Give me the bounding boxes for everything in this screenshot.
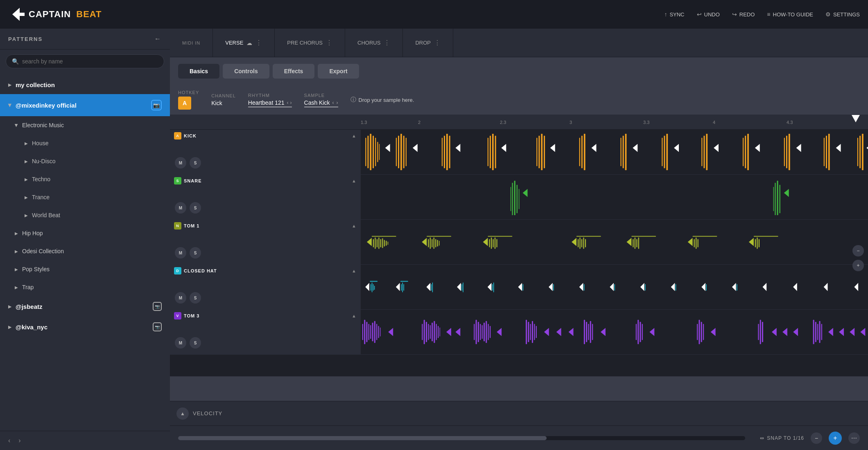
sidebar-item-nu-disco[interactable]: ▶ Nu-Disco bbox=[0, 152, 170, 170]
track-name-kick: KICK bbox=[184, 133, 197, 138]
mute-kick-button[interactable]: M bbox=[175, 157, 186, 169]
svg-rect-4 bbox=[375, 138, 376, 166]
track-expand-tom3[interactable]: ▲ bbox=[352, 313, 357, 318]
tab-chorus[interactable]: CHORUS ⋮ bbox=[345, 29, 403, 57]
sidebar-prev-button[interactable]: ‹ bbox=[8, 437, 10, 444]
tab-verse[interactable]: VERSE ☁ ⋮ bbox=[213, 29, 275, 57]
svg-marker-146 bbox=[579, 283, 583, 291]
sidebar-item-my-collection[interactable]: ▶ my collection bbox=[0, 76, 170, 94]
sidebar-next-button[interactable]: › bbox=[18, 437, 20, 444]
track-name-tom3: TOM 3 bbox=[184, 313, 199, 318]
basics-button[interactable]: Basics bbox=[178, 64, 219, 79]
side-minus-button[interactable]: − bbox=[852, 245, 864, 256]
search-box[interactable]: 🔍 bbox=[6, 54, 164, 68]
tab-midi-in[interactable]: MIDI IN bbox=[170, 29, 213, 57]
export-button[interactable]: Export bbox=[318, 64, 359, 79]
svg-rect-188 bbox=[480, 324, 481, 340]
tab-pre-chorus[interactable]: PRE CHORUS ⋮ bbox=[275, 29, 345, 57]
how-to-button[interactable]: ≡ HOW-TO GUIDE bbox=[767, 11, 813, 18]
track-expand-snare[interactable]: ▲ bbox=[352, 178, 357, 183]
solo-tom1-button[interactable]: S bbox=[190, 247, 201, 259]
redo-button[interactable]: ↪ REDO bbox=[732, 11, 755, 18]
drop-menu-dots[interactable]: ⋮ bbox=[434, 39, 441, 47]
settings-button[interactable]: ⚙ SETTINGS bbox=[825, 11, 860, 18]
chorus-menu-dots[interactable]: ⋮ bbox=[384, 39, 390, 47]
timeline-scrollbar[interactable] bbox=[178, 436, 745, 440]
track-row-snare: S SNARE ▲ M S bbox=[170, 175, 868, 220]
track-waveform-kick[interactable] bbox=[361, 130, 868, 174]
sidebar-item-trance[interactable]: ▶ Trance bbox=[0, 188, 170, 206]
controls-button[interactable]: Controls bbox=[223, 64, 269, 79]
sidebar-back-button[interactable]: ← bbox=[154, 35, 162, 43]
sample-next-button[interactable]: › bbox=[337, 100, 338, 106]
mute-tom3-button[interactable]: M bbox=[175, 337, 186, 349]
track-waveform-snare[interactable] bbox=[361, 175, 868, 219]
velocity-up-button[interactable]: ▲ bbox=[176, 407, 189, 420]
sidebar-item-world-beat[interactable]: ▶ World Beat bbox=[0, 206, 170, 224]
mute-hat-button[interactable]: M bbox=[175, 292, 186, 304]
solo-tom3-button[interactable]: S bbox=[190, 337, 201, 349]
more-options-button[interactable]: ⋯ bbox=[848, 432, 860, 444]
solo-hat-button[interactable]: S bbox=[190, 292, 201, 304]
zoom-in-button[interactable]: + bbox=[829, 432, 842, 445]
svg-rect-80 bbox=[384, 240, 385, 247]
sidebar-item-odesi[interactable]: ▶ Odesi Collection bbox=[0, 242, 170, 260]
svg-marker-133 bbox=[426, 283, 430, 291]
undo-button[interactable]: ↩ UNDO bbox=[697, 11, 720, 18]
rhythm-value: Heartbeat 121 bbox=[248, 99, 285, 106]
ruler-mark-4-3: 4.3 bbox=[787, 120, 852, 125]
track-waveform-tom1[interactable] bbox=[361, 220, 868, 264]
sample-selector: Cash Kick ‹ › bbox=[304, 99, 338, 107]
sidebar-item-jsbeatz[interactable]: ▶ @jsbeatz 📷 bbox=[0, 296, 170, 317]
track-label-tom3: V TOM 3 ▲ bbox=[170, 310, 361, 322]
svg-rect-195 bbox=[526, 320, 527, 344]
side-plus-button[interactable]: + bbox=[852, 260, 864, 271]
snap-label: ⇔ SNAP TO 1/16 bbox=[760, 435, 804, 441]
effects-button[interactable]: Effects bbox=[273, 64, 315, 79]
track-waveform-closed-hat[interactable] bbox=[361, 265, 868, 309]
mute-snare-button[interactable]: M bbox=[175, 202, 186, 214]
track-expand-kick[interactable]: ▲ bbox=[352, 133, 357, 138]
svg-rect-84 bbox=[427, 236, 451, 237]
track-expand-tom1[interactable]: ▲ bbox=[352, 223, 357, 228]
track-header-tom1: N TOM 1 ▲ M S bbox=[170, 220, 361, 264]
solo-snare-button[interactable]: S bbox=[190, 202, 201, 214]
svg-marker-152 bbox=[671, 283, 675, 291]
expand-kiva: ▶ bbox=[8, 325, 11, 329]
playhead bbox=[852, 115, 860, 122]
sidebar-item-techno[interactable]: ▶ Techno bbox=[0, 170, 170, 188]
svg-marker-66 bbox=[523, 189, 528, 197]
svg-marker-52 bbox=[796, 144, 801, 152]
sidebar-item-electronic-music[interactable]: ▶ Electronic Music bbox=[0, 116, 170, 134]
svg-rect-50 bbox=[786, 136, 787, 168]
sync-button[interactable]: ↑ SYNC bbox=[664, 11, 684, 18]
svg-rect-93 bbox=[488, 236, 512, 237]
zoom-out-button[interactable]: − bbox=[811, 432, 822, 444]
sample-prev-button[interactable]: ‹ bbox=[332, 100, 334, 106]
mute-tom1-button[interactable]: M bbox=[175, 247, 186, 259]
track-waveform-tom3[interactable] bbox=[361, 310, 868, 354]
sidebar: PATTERNS ← 🔍 ▶ my collection ▶ @mixedink… bbox=[0, 29, 170, 450]
rhythm-next-button[interactable]: › bbox=[290, 100, 292, 106]
svg-rect-113 bbox=[693, 236, 717, 237]
sidebar-item-kiva[interactable]: ▶ @kiva_nyc 📷 bbox=[0, 317, 170, 337]
tab-drop[interactable]: DROP ⋮ bbox=[403, 29, 453, 57]
sidebar-item-pop-styles[interactable]: ▶ Pop Styles bbox=[0, 260, 170, 278]
track-expand-closed-hat[interactable]: ▲ bbox=[352, 268, 357, 273]
svg-rect-94 bbox=[489, 239, 490, 248]
sidebar-item-hip-hop[interactable]: ▶ Hip Hop bbox=[0, 224, 170, 242]
drop-sample-area[interactable]: ⓘ Drop your sample here. bbox=[350, 96, 414, 104]
sidebar-item-house[interactable]: ▶ House bbox=[0, 134, 170, 152]
svg-marker-183 bbox=[446, 328, 451, 336]
sidebar-item-trap[interactable]: ▶ Trap bbox=[0, 278, 170, 296]
verse-menu-dots[interactable]: ⋮ bbox=[255, 39, 262, 47]
sidebar-item-mixedinkey[interactable]: ▶ @mixedinkey official 📷 bbox=[0, 94, 170, 116]
svg-marker-99 bbox=[572, 238, 576, 246]
pre-chorus-menu-dots[interactable]: ⋮ bbox=[326, 39, 332, 47]
gear-icon: ⚙ bbox=[825, 11, 831, 18]
svg-rect-221 bbox=[760, 320, 761, 344]
rhythm-prev-button[interactable]: ‹ bbox=[287, 100, 289, 106]
search-input[interactable] bbox=[22, 58, 158, 65]
svg-rect-3 bbox=[373, 136, 374, 168]
solo-kick-button[interactable]: S bbox=[190, 157, 201, 169]
